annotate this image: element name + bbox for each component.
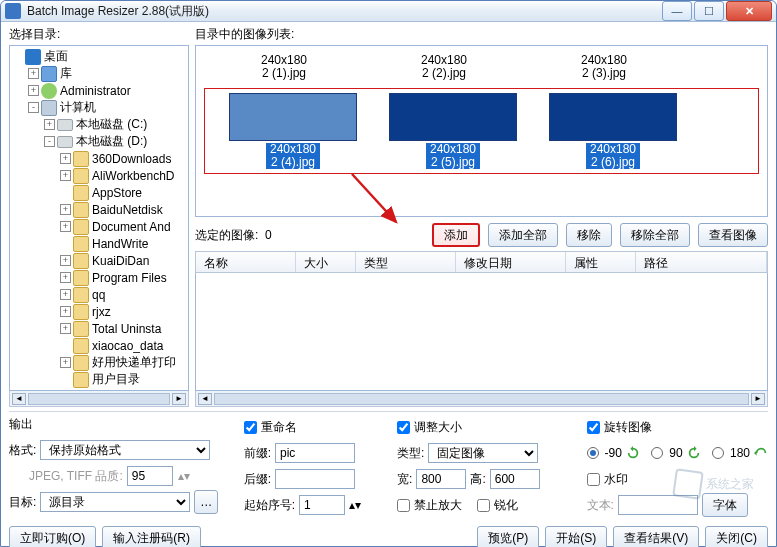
quality-input[interactable] (127, 466, 173, 486)
tree-item[interactable]: xiaocao_data (10, 337, 188, 354)
browse-target-button[interactable]: … (194, 490, 218, 514)
wm-text-label: 文本: (587, 497, 614, 514)
font-button[interactable]: 字体 (702, 493, 748, 517)
expand-icon[interactable]: + (60, 221, 71, 232)
expand-icon[interactable]: + (60, 306, 71, 317)
rename-checkbox[interactable] (244, 421, 257, 434)
expand-icon[interactable]: + (60, 289, 71, 300)
thumbnail[interactable]: 240x1802 (4).jpg (225, 93, 361, 169)
width-label: 宽: (397, 471, 412, 488)
col-size[interactable]: 大小 (296, 252, 356, 272)
expand-icon[interactable]: + (28, 85, 39, 96)
tree-hscroll[interactable]: ◄ ► (9, 391, 189, 407)
watermark-checkbox[interactable] (587, 473, 600, 486)
col-name[interactable]: 名称 (196, 252, 296, 272)
rotate-180-radio[interactable] (712, 447, 724, 459)
minimize-button[interactable]: — (662, 1, 692, 21)
tree-item[interactable]: -本地磁盘 (D:) (10, 133, 188, 150)
scroll-thumb[interactable] (28, 393, 170, 405)
scroll-thumb[interactable] (214, 393, 749, 405)
tree-item[interactable]: +360Downloads (10, 150, 188, 167)
expand-icon[interactable]: - (28, 102, 39, 113)
tree-item[interactable]: +Total Uninsta (10, 320, 188, 337)
expand-icon[interactable]: + (60, 357, 71, 368)
view-image-button[interactable]: 查看图像 (698, 223, 768, 247)
rotate-90-radio[interactable] (651, 447, 663, 459)
col-attr[interactable]: 属性 (566, 252, 636, 272)
thumbnail[interactable]: 240x1802 (2).jpg (376, 52, 512, 82)
preview-button[interactable]: 预览(P) (477, 526, 539, 547)
col-type[interactable]: 类型 (356, 252, 456, 272)
tree-item[interactable]: -计算机 (10, 99, 188, 116)
expand-icon[interactable]: + (60, 204, 71, 215)
tree-item[interactable]: 桌面 (10, 48, 188, 65)
thumbnail[interactable]: 240x1802 (6).jpg (545, 93, 681, 169)
thumbnail[interactable]: 240x1802 (3).jpg (536, 52, 672, 82)
folder-icon (73, 236, 89, 252)
rotate-checkbox[interactable] (587, 421, 600, 434)
list-hscroll[interactable]: ◄ ► (195, 391, 768, 407)
tree-item[interactable]: +本地磁盘 (C:) (10, 116, 188, 133)
resize-type-select[interactable]: 固定图像 (428, 443, 538, 463)
expand-icon[interactable]: + (60, 272, 71, 283)
scroll-right-icon[interactable]: ► (172, 393, 186, 405)
tree-item[interactable]: 用户目录 (10, 371, 188, 388)
height-label: 高: (470, 471, 485, 488)
order-button[interactable]: 立即订购(O) (9, 526, 96, 547)
folder-icon (73, 287, 89, 303)
col-modified[interactable]: 修改日期 (456, 252, 566, 272)
height-input[interactable] (490, 469, 540, 489)
width-input[interactable] (416, 469, 466, 489)
folder-icon (73, 355, 89, 371)
expand-icon[interactable]: + (60, 170, 71, 181)
close-button[interactable]: ✕ (726, 1, 772, 21)
close-app-button[interactable]: 关闭(C) (705, 526, 768, 547)
maximize-button[interactable]: ☐ (694, 1, 724, 21)
folder-tree[interactable]: 桌面+库+Administrator-计算机+本地磁盘 (C:)-本地磁盘 (D… (9, 45, 189, 391)
remove-all-button[interactable]: 移除全部 (620, 223, 690, 247)
tree-item[interactable]: +Document And (10, 218, 188, 235)
no-enlarge-checkbox[interactable] (397, 499, 410, 512)
register-button[interactable]: 输入注册码(R) (102, 526, 201, 547)
expand-icon[interactable]: + (60, 255, 71, 266)
titlebar[interactable]: Batch Image Resizer 2.88(试用版) — ☐ ✕ (1, 1, 776, 22)
list-header[interactable]: 名称 大小 类型 修改日期 属性 路径 (195, 251, 768, 273)
scroll-left-icon[interactable]: ◄ (12, 393, 26, 405)
col-path[interactable]: 路径 (636, 252, 767, 272)
tree-item[interactable]: +AliWorkbenchD (10, 167, 188, 184)
sharpen-checkbox[interactable] (477, 499, 490, 512)
expand-icon[interactable]: + (60, 323, 71, 334)
tree-item[interactable]: +Administrator (10, 82, 188, 99)
start-button[interactable]: 开始(S) (545, 526, 607, 547)
start-index-input[interactable] (299, 495, 345, 515)
rotate-neg90-radio[interactable] (587, 447, 599, 459)
thumbnail-panel: 240x1802 (1).jpg240x1802 (2).jpg240x1802… (195, 45, 768, 217)
expand-icon[interactable]: - (44, 136, 55, 147)
tree-item[interactable]: +KuaiDiDan (10, 252, 188, 269)
add-button[interactable]: 添加 (432, 223, 480, 247)
tree-item[interactable]: +rjxz (10, 303, 188, 320)
tree-item[interactable]: +Program Files (10, 269, 188, 286)
tree-item[interactable]: HandWrite (10, 235, 188, 252)
file-list[interactable] (195, 273, 768, 391)
tree-item[interactable]: +qq (10, 286, 188, 303)
thumbnail[interactable]: 240x1802 (1).jpg (216, 52, 352, 82)
expand-icon[interactable]: + (28, 68, 39, 79)
scroll-right-icon[interactable]: ► (751, 393, 765, 405)
prefix-input[interactable] (275, 443, 355, 463)
resize-checkbox[interactable] (397, 421, 410, 434)
target-select[interactable]: 源目录 (40, 492, 190, 512)
tree-item[interactable]: +BaiduNetdisk (10, 201, 188, 218)
scroll-left-icon[interactable]: ◄ (198, 393, 212, 405)
expand-icon[interactable]: + (44, 119, 55, 130)
thumbnail[interactable]: 240x1802 (5).jpg (385, 93, 521, 169)
tree-item[interactable]: AppStore (10, 184, 188, 201)
remove-button[interactable]: 移除 (566, 223, 612, 247)
expand-icon[interactable]: + (60, 153, 71, 164)
tree-item[interactable]: +库 (10, 65, 188, 82)
suffix-input[interactable] (275, 469, 355, 489)
add-all-button[interactable]: 添加全部 (488, 223, 558, 247)
results-button[interactable]: 查看结果(V) (613, 526, 699, 547)
tree-item[interactable]: +好用快递单打印 (10, 354, 188, 371)
format-select[interactable]: 保持原始格式 (40, 440, 210, 460)
